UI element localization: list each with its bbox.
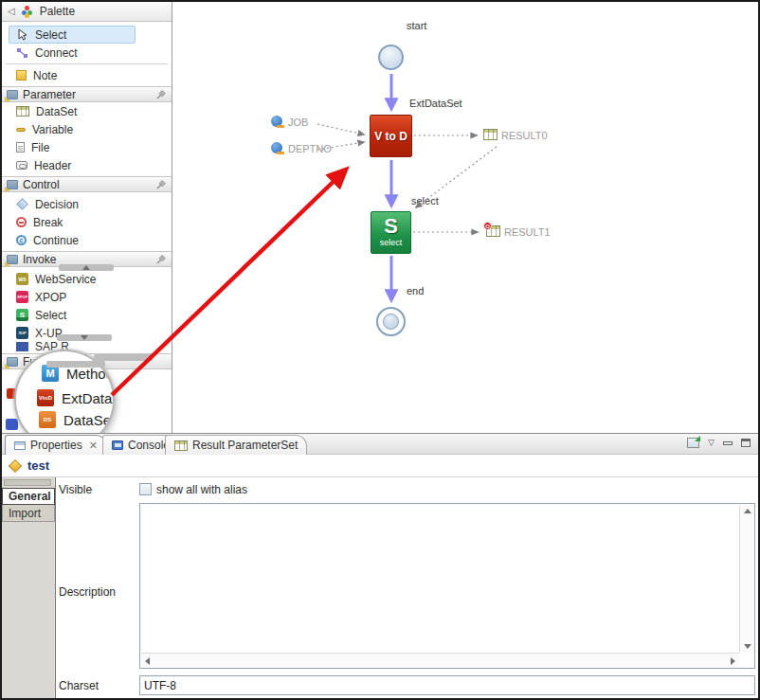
section-label: Invoke xyxy=(23,253,56,266)
charset-input[interactable] xyxy=(139,675,755,695)
maximize-icon[interactable] xyxy=(741,439,751,447)
section-icon xyxy=(7,180,18,189)
palette-item-xpop[interactable]: XPOPXPOP xyxy=(2,288,172,306)
side-tab-label: General xyxy=(9,490,51,503)
palette-tool-connect[interactable]: Connect xyxy=(2,44,172,62)
palette-collapse-icon[interactable]: ◁ xyxy=(8,7,15,16)
select-node[interactable]: S select xyxy=(371,211,411,254)
properties-title-row: test xyxy=(2,455,758,477)
palette-item-dataset[interactable]: DataSet xyxy=(2,102,172,120)
palette-tool-label: Select xyxy=(35,28,66,42)
diagram-canvas[interactable] xyxy=(173,2,758,433)
item-label: Decision xyxy=(35,198,79,211)
table-icon xyxy=(16,106,29,117)
blurred-bar xyxy=(94,354,153,361)
item-label: Variable xyxy=(32,123,73,136)
diamond-icon xyxy=(9,458,22,472)
palette-section-control[interactable]: Control xyxy=(2,176,172,192)
view-toolbar: ▽ xyxy=(687,438,751,448)
result0-table-icon[interactable] xyxy=(483,129,498,140)
end-node-inner xyxy=(383,314,399,330)
properties-icon xyxy=(14,441,26,450)
view-menu-icon[interactable]: ▽ xyxy=(708,439,715,447)
palette-tool-label: Note xyxy=(33,69,57,82)
end-node[interactable] xyxy=(376,307,406,336)
item-label: File xyxy=(31,141,49,154)
start-node-label: start xyxy=(407,20,426,31)
tab-properties[interactable]: Properties ✕ xyxy=(5,435,107,455)
extdataset-node[interactable]: V to D xyxy=(370,115,412,157)
scroll-left-icon[interactable] xyxy=(145,657,150,665)
cursor-icon xyxy=(17,28,28,41)
palette-header[interactable]: ◁ Palette xyxy=(2,2,172,22)
variable-icon xyxy=(16,128,26,132)
side-tab-import[interactable]: Import xyxy=(2,505,55,522)
minimize-icon[interactable] xyxy=(723,441,733,445)
result1-label: RESULT1 xyxy=(504,226,551,238)
item-label: Continue xyxy=(33,234,79,247)
blurred-bar xyxy=(46,361,105,368)
palette-item-webservice[interactable]: WSWebService xyxy=(2,270,172,288)
result0-label: RESULT0 xyxy=(501,130,548,141)
palette-item-file[interactable]: File xyxy=(2,138,172,156)
palette-item-header[interactable]: Header xyxy=(2,156,172,174)
sap-icon xyxy=(16,342,28,351)
horizontal-scrollbar[interactable] xyxy=(141,653,739,667)
palette-item-continue[interactable]: cContinue xyxy=(2,231,172,249)
header-icon xyxy=(16,161,27,170)
visible-field-label: Visible xyxy=(59,483,92,496)
palette-tool-note[interactable]: Note xyxy=(2,66,172,84)
charset-field-label: Charset xyxy=(59,679,99,692)
scroll-down-icon[interactable] xyxy=(744,644,751,649)
extdataset-icon: VtoD xyxy=(37,389,54,406)
palette-tool-label: Connect xyxy=(35,46,78,60)
close-icon[interactable]: ✕ xyxy=(89,440,98,452)
item-label: DataSet xyxy=(36,105,77,118)
console-icon xyxy=(112,440,123,450)
pin-icon[interactable] xyxy=(156,180,166,189)
scroll-right-icon[interactable] xyxy=(731,657,735,665)
palette-item-variable[interactable]: Variable xyxy=(2,120,172,138)
scroll-down-icon xyxy=(81,335,88,340)
palette-item-decision[interactable]: Decision xyxy=(2,195,172,213)
xpop-icon: XPOP xyxy=(16,291,28,303)
connect-icon xyxy=(16,47,28,59)
item-label: ExtDataSet xyxy=(62,390,115,406)
deptno-parameter-icon[interactable] xyxy=(271,142,282,153)
scroll-down-cue[interactable] xyxy=(57,334,112,341)
continue-icon: c xyxy=(16,235,27,245)
break-icon xyxy=(16,217,27,227)
properties-title: test xyxy=(27,458,49,473)
scroll-up-icon xyxy=(82,265,90,270)
palette-tool-select[interactable]: Select xyxy=(9,26,136,44)
pin-icon[interactable] xyxy=(156,90,166,99)
magnified-item-extdataset[interactable]: VtoD ExtDataSet xyxy=(37,389,115,406)
tab-label: Console xyxy=(128,439,170,452)
palette-item-break[interactable]: Break xyxy=(2,213,172,231)
side-tab-label: Import xyxy=(9,507,41,520)
link-with-editor-icon[interactable] xyxy=(687,438,699,448)
show-all-with-alias-checkbox[interactable] xyxy=(139,483,152,495)
side-tab-general[interactable]: General xyxy=(2,488,55,505)
end-node-label: end xyxy=(407,285,424,296)
description-field-label: Description xyxy=(59,585,116,599)
scroll-up-icon[interactable] xyxy=(744,509,751,513)
vertical-scrollbar[interactable] xyxy=(739,505,753,653)
item-label: Break xyxy=(33,216,63,229)
side-tab-stub xyxy=(4,479,51,486)
description-input[interactable] xyxy=(141,505,738,652)
magnified-item-datasetrow[interactable]: DS DataSetRow xyxy=(39,411,115,428)
pin-icon[interactable] xyxy=(156,255,166,264)
palette-section-parameter[interactable]: Parameter xyxy=(2,86,172,102)
scroll-up-cue[interactable] xyxy=(59,264,114,271)
job-parameter-icon[interactable] xyxy=(271,116,282,127)
item-label: WebService xyxy=(35,273,96,286)
tab-result-parameterset[interactable]: Result ParameterSet xyxy=(165,435,307,455)
item-label: XPOP xyxy=(35,291,66,304)
palette-item-select[interactable]: SSelect xyxy=(2,306,172,324)
start-node[interactable] xyxy=(378,45,404,70)
result1-badge-icon: O xyxy=(483,222,492,230)
section-label: Control xyxy=(23,178,60,191)
palette-item-sap[interactable]: SAP R xyxy=(2,342,172,351)
result1-table-icon[interactable]: O xyxy=(486,225,500,237)
